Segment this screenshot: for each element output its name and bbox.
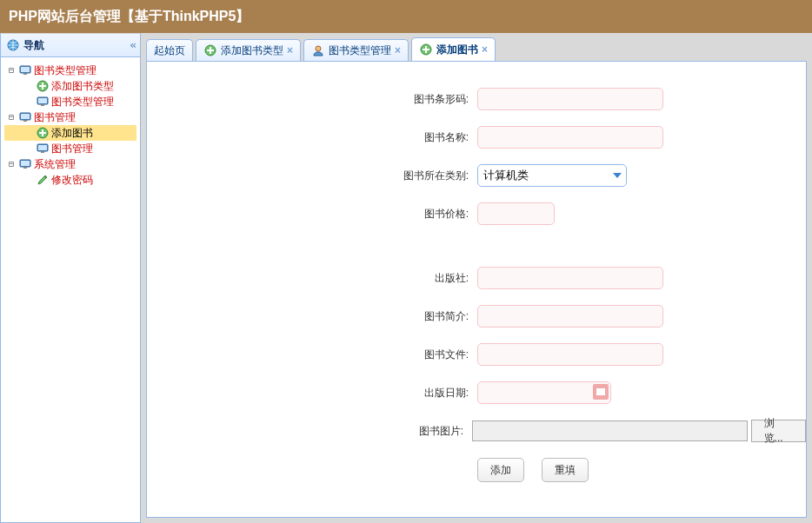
svg-rect-7 bbox=[41, 104, 44, 106]
svg-rect-3 bbox=[23, 73, 27, 75]
tree-item[interactable]: 添加图书类型 bbox=[4, 78, 136, 94]
pencil-icon bbox=[36, 173, 50, 187]
tree-item[interactable]: 图书管理 bbox=[4, 141, 136, 156]
svg-rect-14 bbox=[41, 151, 44, 153]
svg-rect-17 bbox=[23, 167, 27, 169]
screen-icon bbox=[18, 157, 32, 171]
tree-item[interactable]: 添加图书 bbox=[4, 125, 136, 141]
tree-group-label: 图书管理 bbox=[34, 109, 76, 125]
input-name[interactable] bbox=[477, 126, 663, 149]
browse-button[interactable]: 浏览... bbox=[751, 420, 806, 442]
svg-rect-6 bbox=[38, 98, 47, 103]
tree-group[interactable]: ⊟系统管理 bbox=[4, 156, 136, 172]
select-category[interactable] bbox=[477, 164, 627, 187]
plus-icon bbox=[36, 79, 50, 93]
close-icon[interactable]: × bbox=[395, 44, 401, 56]
tab-label: 起始页 bbox=[154, 43, 185, 58]
input-pubdate[interactable] bbox=[477, 381, 611, 404]
input-price[interactable] bbox=[477, 202, 555, 225]
label-pubdate: 出版日期: bbox=[147, 386, 477, 401]
file-path-display bbox=[472, 420, 747, 441]
input-publisher[interactable] bbox=[477, 267, 663, 289]
label-barcode: 图书条形码: bbox=[147, 92, 477, 107]
nav-tree: ⊟图书类型管理添加图书类型图书类型管理⊟图书管理添加图书图书管理⊟系统管理修改密… bbox=[1, 57, 140, 193]
submit-button[interactable]: 添加 bbox=[477, 458, 524, 482]
tab-label: 图书类型管理 bbox=[329, 43, 391, 58]
screen-icon bbox=[36, 142, 50, 156]
plus-icon bbox=[36, 126, 50, 140]
svg-rect-10 bbox=[23, 120, 27, 122]
sidebar: 导航 « ⊟图书类型管理添加图书类型图书类型管理⊟图书管理添加图书图书管理⊟系统… bbox=[0, 33, 141, 523]
svg-rect-2 bbox=[21, 67, 30, 72]
input-file[interactable] bbox=[477, 343, 663, 366]
svg-rect-16 bbox=[21, 161, 30, 166]
tree-item[interactable]: 图书类型管理 bbox=[4, 94, 136, 109]
reset-button[interactable]: 重填 bbox=[542, 458, 589, 482]
collapse-toggle-icon[interactable]: ⊟ bbox=[4, 109, 18, 125]
label-file: 图书文件: bbox=[147, 348, 477, 362]
tree-group-label: 图书类型管理 bbox=[34, 63, 97, 78]
user-icon bbox=[311, 43, 325, 57]
tree-group[interactable]: ⊟图书管理 bbox=[4, 109, 136, 125]
app-header: PHP网站后台管理【基于ThinkPHP5】 bbox=[0, 0, 812, 33]
add-book-form: 图书条形码: 图书名称: 图书所在类别: 图书价格: 出版社: bbox=[147, 62, 806, 482]
svg-rect-13 bbox=[38, 145, 47, 150]
label-name: 图书名称: bbox=[147, 130, 477, 145]
main-area: 起始页添加图书类型×图书类型管理×添加图书× 图书条形码: 图书名称: 图书所在… bbox=[141, 33, 812, 523]
label-intro: 图书简介: bbox=[147, 309, 477, 324]
label-price: 图书价格: bbox=[147, 207, 477, 222]
tree-item-label: 添加图书 bbox=[51, 125, 93, 141]
collapse-icon[interactable]: « bbox=[130, 38, 136, 51]
tree-item-label: 图书管理 bbox=[51, 141, 93, 156]
tree-group[interactable]: ⊟图书类型管理 bbox=[4, 63, 136, 78]
tab[interactable]: 添加图书类型× bbox=[196, 39, 301, 61]
tab-bar: 起始页添加图书类型×图书类型管理×添加图书× bbox=[146, 38, 807, 61]
tab-label: 添加图书类型 bbox=[221, 43, 283, 58]
plus-icon bbox=[419, 43, 433, 56]
label-image: 图书图片: bbox=[147, 424, 472, 439]
label-publisher: 出版社: bbox=[147, 271, 477, 286]
input-barcode[interactable] bbox=[477, 88, 663, 110]
sidebar-header: 导航 « bbox=[1, 34, 140, 57]
collapse-toggle-icon[interactable]: ⊟ bbox=[4, 63, 18, 78]
tab[interactable]: 图书类型管理× bbox=[303, 39, 409, 61]
sidebar-title: 导航 bbox=[23, 38, 44, 53]
calendar-icon[interactable] bbox=[593, 384, 609, 400]
screen-icon bbox=[36, 95, 50, 109]
screen-icon bbox=[18, 110, 32, 124]
tree-item-label: 图书类型管理 bbox=[51, 94, 114, 109]
svg-point-19 bbox=[316, 46, 321, 51]
screen-icon bbox=[18, 63, 32, 77]
close-icon[interactable]: × bbox=[287, 44, 293, 56]
tree-item-label: 修改密码 bbox=[51, 172, 93, 188]
tree-item[interactable]: 修改密码 bbox=[4, 172, 136, 188]
close-icon[interactable]: × bbox=[482, 43, 488, 56]
label-category: 图书所在类别: bbox=[147, 169, 477, 183]
app-title: PHP网站后台管理【基于ThinkPHP5】 bbox=[9, 9, 250, 23]
tab-label: 添加图书 bbox=[436, 43, 478, 57]
tab-content: 图书条形码: 图书名称: 图书所在类别: 图书价格: 出版社: bbox=[146, 61, 807, 518]
globe-icon bbox=[6, 38, 20, 52]
tree-item-label: 添加图书类型 bbox=[51, 78, 114, 94]
tab[interactable]: 起始页 bbox=[146, 39, 193, 61]
plus-icon bbox=[203, 43, 217, 57]
tree-group-label: 系统管理 bbox=[34, 156, 76, 172]
collapse-toggle-icon[interactable]: ⊟ bbox=[4, 156, 18, 172]
tab[interactable]: 添加图书× bbox=[411, 37, 496, 61]
input-intro[interactable] bbox=[477, 305, 663, 328]
svg-rect-9 bbox=[21, 114, 30, 119]
